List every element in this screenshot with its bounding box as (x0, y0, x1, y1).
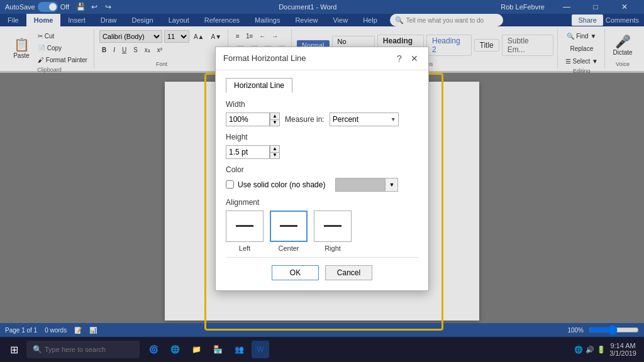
align-right-box (314, 211, 352, 242)
clock-date: 3/1/2019 (609, 349, 636, 357)
dialog-help-btn[interactable]: ? (393, 52, 406, 65)
align-right-option[interactable]: Right (314, 211, 352, 252)
alignment-section: Alignment Left Center (226, 198, 418, 252)
start-button[interactable]: ⊞ (4, 339, 24, 359)
height-spin-down[interactable]: ▼ (270, 152, 280, 159)
taskbar-right: 🌐 🔊 🔋 9:14 AM 3/1/2019 (574, 342, 640, 357)
width-spin-buttons: ▲ ▼ (270, 112, 280, 126)
dialog-footer: OK Cancel (226, 257, 418, 283)
width-field-row: ▲ ▼ Measure in: Percent Points (226, 112, 418, 126)
dialog-tab-horizontal-line[interactable]: Horizontal Line (226, 78, 292, 93)
align-center-line (280, 225, 297, 227)
dialog-title: Format Horizontal Line (223, 53, 306, 63)
taskbar-pinned-apps: 🌀 🌐 📁 🏪 👥 W (145, 341, 269, 358)
taskbar-icon-word[interactable]: W (252, 341, 269, 358)
cancel-button[interactable]: Cancel (325, 265, 372, 280)
width-input[interactable] (226, 112, 270, 126)
color-field-row: Use solid color (no shade) ▼ (226, 178, 418, 192)
align-right-line (324, 225, 341, 227)
height-input[interactable] (226, 145, 270, 159)
align-right-label: Right (325, 244, 341, 252)
dialog-tab-strip: Horizontal Line (226, 78, 418, 92)
color-dropdown-btn[interactable]: ▼ (385, 178, 397, 191)
width-spin-down[interactable]: ▼ (270, 119, 280, 126)
solid-color-row: Use solid color (no shade) (226, 180, 325, 189)
system-clock: 9:14 AM 3/1/2019 (609, 342, 636, 357)
color-picker-box: ▼ (335, 178, 398, 192)
height-spin-buttons: ▲ ▼ (270, 145, 280, 159)
color-fill (336, 178, 385, 191)
dialog-title-bar: Format Horizontal Line ? ✕ (216, 47, 428, 70)
align-center-label: Center (278, 244, 299, 252)
taskbar-icon-cortana[interactable]: 🌀 (145, 341, 162, 358)
taskbar-icon-browser[interactable]: 🌐 (166, 341, 184, 358)
ok-button[interactable]: OK (272, 265, 319, 280)
search-icon: 🔍 (33, 345, 42, 354)
width-label: Width (226, 100, 418, 109)
dialog-title-controls: ? ✕ (393, 52, 421, 65)
align-left-option[interactable]: Left (226, 211, 264, 252)
align-center-option[interactable]: Center (270, 211, 308, 252)
battery-icon: 🔋 (597, 346, 606, 354)
taskbar-icon-teams[interactable]: 👥 (230, 341, 248, 358)
height-field-row: ▲ ▼ (226, 145, 418, 159)
alignment-options: Left Center Right (226, 211, 418, 252)
taskbar-icon-store[interactable]: 🏪 (209, 341, 226, 358)
width-spin-up[interactable]: ▲ (270, 112, 280, 119)
solid-color-label: Use solid color (no shade) (238, 180, 325, 189)
dialog-body: Horizontal Line Width ▲ ▼ Measure in: Pe… (216, 70, 428, 290)
width-spin-input: ▲ ▼ (226, 112, 280, 126)
color-label: Color (226, 165, 418, 174)
taskbar: ⊞ 🔍 🌀 🌐 📁 🏪 👥 W 🌐 🔊 🔋 9:14 AM 3/1/2019 (0, 337, 644, 362)
height-spin-input: ▲ ▼ (226, 145, 280, 159)
height-label: Height (226, 133, 418, 141)
system-tray: 🌐 🔊 🔋 (574, 346, 606, 354)
height-spin-up[interactable]: ▲ (270, 145, 280, 152)
align-left-box (226, 211, 264, 242)
network-icon: 🌐 (574, 346, 583, 354)
volume-icon: 🔊 (586, 346, 594, 354)
measure-in-select[interactable]: Percent Points (330, 112, 399, 126)
clock-time: 9:14 AM (610, 342, 635, 349)
taskbar-search-area[interactable]: 🔍 (26, 341, 140, 358)
dialog-close-btn[interactable]: ✕ (408, 52, 421, 65)
taskbar-search-input[interactable] (45, 346, 133, 353)
measure-in-label: Measure in: (285, 115, 325, 124)
format-horizontal-line-dialog: Format Horizontal Line ? ✕ Horizontal Li… (215, 47, 429, 291)
align-left-label: Left (239, 244, 250, 252)
measure-select-wrapper: Percent Points (330, 112, 399, 126)
alignment-label: Alignment (226, 198, 418, 207)
align-left-line (236, 225, 253, 227)
dialog-overlay: Format Horizontal Line ? ✕ Horizontal Li… (0, 0, 644, 337)
solid-color-checkbox[interactable] (226, 180, 234, 189)
align-center-box (270, 211, 308, 242)
taskbar-icon-files[interactable]: 📁 (187, 341, 205, 358)
